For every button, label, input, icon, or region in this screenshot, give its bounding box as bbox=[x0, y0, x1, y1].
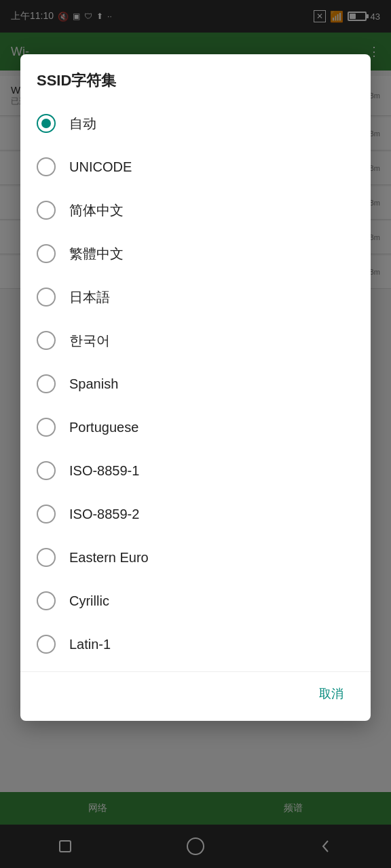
option-iso-8859-1[interactable]: ISO-8859-1 bbox=[20, 449, 371, 492]
radio-korean bbox=[37, 331, 56, 350]
dialog-options[interactable]: 自动 UNICODE 简体中文 繁體中文 日本語 한국어 bbox=[20, 102, 371, 671]
option-label-cyrillic: Cyrillic bbox=[69, 593, 109, 609]
radio-iso-8859-1 bbox=[37, 461, 56, 480]
radio-cyrillic bbox=[37, 591, 56, 610]
radio-auto bbox=[37, 114, 56, 133]
option-label-korean: 한국어 bbox=[69, 332, 110, 350]
option-auto[interactable]: 自动 bbox=[20, 102, 371, 145]
cancel-button[interactable]: 取消 bbox=[308, 680, 354, 707]
option-eastern-euro[interactable]: Eastern Euro bbox=[20, 536, 371, 579]
ssid-charset-dialog: SSID字符集 自动 UNICODE 简体中文 繁體中文 日本語 bbox=[20, 54, 371, 721]
option-label-traditional-chinese: 繁體中文 bbox=[69, 245, 124, 263]
option-label-unicode: UNICODE bbox=[69, 159, 132, 175]
option-label-iso-8859-2: ISO-8859-2 bbox=[69, 507, 139, 522]
option-korean[interactable]: 한국어 bbox=[20, 319, 371, 362]
option-label-simplified-chinese: 简体中文 bbox=[69, 201, 124, 220]
radio-japanese bbox=[37, 288, 56, 307]
radio-portuguese bbox=[37, 418, 56, 437]
option-japanese[interactable]: 日本語 bbox=[20, 275, 371, 319]
option-cyrillic[interactable]: Cyrillic bbox=[20, 579, 371, 623]
option-latin-1[interactable]: Latin-1 bbox=[20, 623, 371, 666]
option-label-portuguese: Portuguese bbox=[69, 420, 138, 435]
radio-traditional-chinese bbox=[37, 244, 56, 263]
radio-iso-8859-2 bbox=[37, 505, 56, 524]
option-label-spanish: Spanish bbox=[69, 376, 118, 392]
option-label-latin-1: Latin-1 bbox=[69, 637, 111, 652]
radio-eastern-euro bbox=[37, 548, 56, 567]
option-traditional-chinese[interactable]: 繁體中文 bbox=[20, 232, 371, 275]
option-label-eastern-euro: Eastern Euro bbox=[69, 550, 149, 566]
radio-simplified-chinese bbox=[37, 201, 56, 220]
option-label-iso-8859-1: ISO-8859-1 bbox=[69, 463, 139, 479]
radio-unicode bbox=[37, 157, 56, 176]
radio-latin-1 bbox=[37, 635, 56, 654]
option-simplified-chinese[interactable]: 简体中文 bbox=[20, 189, 371, 232]
dialog-title: SSID字符集 bbox=[20, 71, 371, 102]
option-label-japanese: 日本語 bbox=[69, 288, 110, 307]
option-unicode[interactable]: UNICODE bbox=[20, 145, 371, 189]
option-spanish[interactable]: Spanish bbox=[20, 362, 371, 406]
option-label-auto: 自动 bbox=[69, 115, 96, 133]
radio-inner bbox=[41, 119, 51, 128]
dialog-footer: 取消 bbox=[20, 671, 371, 721]
option-portuguese[interactable]: Portuguese bbox=[20, 406, 371, 449]
radio-spanish bbox=[37, 374, 56, 393]
option-iso-8859-2[interactable]: ISO-8859-2 bbox=[20, 492, 371, 536]
